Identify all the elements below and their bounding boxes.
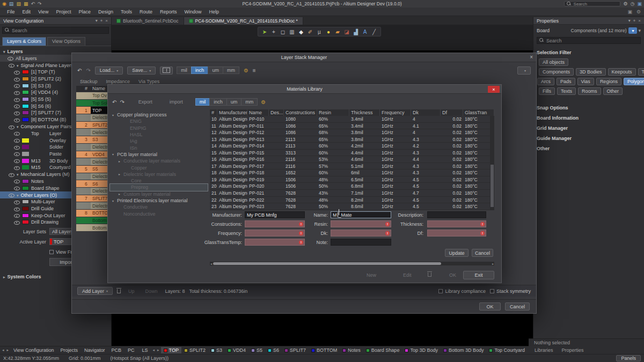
- layer-tab[interactable]: VDD4: [225, 347, 248, 353]
- material-tree-item[interactable]: ENIPIG: [110, 125, 208, 131]
- layer-color-swatch[interactable]: [22, 186, 29, 190]
- scroll-right-icon[interactable]: ▸: [492, 262, 494, 265]
- layer-color-swatch[interactable]: [22, 145, 29, 149]
- workspace-icon[interactable]: ▣: [627, 9, 632, 14]
- material-library-book-icon[interactable]: [160, 67, 173, 75]
- layer-color-swatch[interactable]: [22, 97, 29, 101]
- select-area-icon[interactable]: ◻: [279, 29, 287, 35]
- material-tree-item[interactable]: Core: [110, 178, 208, 184]
- visibility-eye-icon[interactable]: [14, 220, 20, 225]
- material-tree-item[interactable]: HASL: [110, 131, 208, 138]
- visibility-eye-icon[interactable]: [14, 186, 20, 190]
- edit-button[interactable]: Edit: [400, 271, 415, 279]
- document-tab[interactable]: Bluetooth_Sentinel.PcbDoc: [112, 17, 184, 25]
- visibility-eye-icon[interactable]: [14, 83, 20, 88]
- unit-button[interactable]: mm: [241, 98, 258, 106]
- document-tab[interactable]: PC4-SODIMM_V200_RC_A1_20141015.PcbDoc *: [184, 17, 303, 25]
- undo-icon[interactable]: ↶: [77, 68, 82, 73]
- tree-expand-icon[interactable]: ▸: [119, 172, 122, 176]
- layer-tab[interactable]: Bottom 3D Body: [441, 347, 487, 353]
- layer-color-swatch[interactable]: [22, 152, 29, 156]
- altium-logo[interactable]: ◉: [2, 1, 6, 7]
- visibility-eye-icon[interactable]: [14, 104, 20, 108]
- place-polygon-icon[interactable]: ◆: [297, 29, 305, 35]
- filter-object-button[interactable]: Regions: [596, 78, 621, 85]
- visibility-eye-icon[interactable]: [14, 206, 20, 211]
- save-button[interactable]: Save...: [127, 67, 156, 75]
- material-tree-item[interactable]: Prepreg: [110, 184, 208, 190]
- material-row[interactable]: 17 Altium Designer PP-017 2116 57% 5.1mi…: [210, 163, 494, 170]
- visibility-eye-icon[interactable]: [14, 179, 20, 183]
- panel-close-icon[interactable]: ×: [638, 18, 641, 24]
- scrollbar-thumb[interactable]: [213, 262, 441, 265]
- stack-visualizer-icon[interactable]: ≡: [253, 68, 256, 73]
- column-header[interactable]: Df: [441, 109, 463, 116]
- layer-color-swatch[interactable]: [22, 179, 29, 183]
- unit-button[interactable]: um: [208, 67, 223, 74]
- tree-expand-icon[interactable]: ▸: [119, 192, 122, 196]
- layer-color-swatch[interactable]: [22, 84, 29, 88]
- properties-section-header[interactable]: Guide Manager: [533, 131, 644, 141]
- layer-color-swatch[interactable]: [22, 110, 29, 115]
- visibility-eye-icon[interactable]: [14, 77, 20, 82]
- visibility-eye-icon[interactable]: [14, 151, 20, 156]
- material-row[interactable]: 11 Altium Designer PP-011 1086 65% 3.4mi…: [210, 123, 494, 130]
- material-row[interactable]: 22 Altium Designer PP-022 7628 48% 8.2mi…: [210, 197, 494, 204]
- unit-button[interactable]: inch: [209, 98, 227, 106]
- menu-item[interactable]: Reports: [156, 9, 181, 14]
- unit-button[interactable]: mm: [223, 67, 239, 74]
- material-row[interactable]: 16 Altium Designer PP-016 2116 53% 4.6mi…: [210, 156, 494, 163]
- visibility-eye-icon[interactable]: [9, 193, 14, 197]
- close-icon[interactable]: ×: [488, 86, 500, 93]
- filter-object-button[interactable]: Rooms: [578, 87, 601, 95]
- settings-gear-icon[interactable]: ⚙: [261, 99, 266, 105]
- layer-tab[interactable]: BOTTOM: [309, 347, 340, 353]
- place-component-icon[interactable]: ▥: [288, 29, 296, 35]
- ok-button[interactable]: OK: [446, 271, 459, 279]
- delete-trash-icon[interactable]: [428, 272, 431, 277]
- menu-item[interactable]: Route: [136, 9, 156, 14]
- menu-item[interactable]: Place: [75, 9, 94, 14]
- move-down-button[interactable]: Down: [142, 287, 161, 295]
- material-tree-item[interactable]: ▾ Printed Electronics layer material: [110, 197, 208, 204]
- redo-icon[interactable]: ↷: [120, 99, 124, 105]
- menu-item[interactable]: Tools: [117, 9, 136, 14]
- scroll-right-icon[interactable]: ▸: [156, 348, 160, 352]
- layer-color-swatch[interactable]: [22, 70, 29, 74]
- layer-tab[interactable]: S3: [208, 347, 225, 353]
- material-row[interactable]: 10 Altium Designer PP-010 1080 60% 3.4mi…: [210, 116, 494, 123]
- graph-icon[interactable]: ▟: [352, 29, 360, 35]
- column-header[interactable]: Constructions: [284, 109, 317, 116]
- stack-symmetry-checkbox[interactable]: [490, 289, 494, 293]
- layer-tab[interactable]: S5: [248, 347, 265, 353]
- layer-tab[interactable]: SPLIT2: [181, 347, 208, 353]
- preferences-gear-icon[interactable]: ⚙: [636, 9, 641, 14]
- filter-object-button[interactable]: Tracks: [638, 68, 644, 76]
- properties-section-header[interactable]: Other: [533, 141, 644, 151]
- route-icon[interactable]: ✐: [306, 29, 314, 35]
- panel-tab[interactable]: Properties: [558, 347, 588, 353]
- material-tree-item[interactable]: ▸ Conductive layer materials: [110, 158, 208, 164]
- material-tree-item[interactable]: ▾ Copper plating process: [110, 112, 208, 118]
- close-icon[interactable]: ×: [530, 54, 533, 60]
- visibility-eye-icon[interactable]: [9, 63, 14, 68]
- unit-button[interactable]: mil: [195, 98, 210, 106]
- cancel-button[interactable]: Cancel: [472, 249, 493, 257]
- layer-tab[interactable]: Notes: [340, 347, 363, 353]
- panel-close-icon[interactable]: ×: [105, 18, 108, 24]
- material-row[interactable]: 21 Altium Designer PP-021 7628 43% 7.1mi…: [210, 190, 494, 197]
- layer-color-swatch[interactable]: [22, 206, 29, 211]
- menu-item[interactable]: File: [3, 9, 19, 14]
- layer-color-swatch[interactable]: [22, 117, 29, 122]
- material-row[interactable]: 19 Altium Designer PP-019 1506 48% 6.5mi…: [210, 176, 494, 183]
- scroll-left-icon[interactable]: ◂: [1, 348, 5, 352]
- df-field[interactable]: !: [427, 230, 486, 237]
- properties-search-input[interactable]: Search: [537, 37, 641, 44]
- new-doc-icon[interactable]: ▤: [9, 1, 14, 7]
- settings-gear-icon[interactable]: ⚙: [244, 68, 248, 73]
- filter-object-button[interactable]: Arcs: [537, 78, 554, 85]
- layer-color-swatch[interactable]: [22, 77, 29, 81]
- panels-button[interactable]: Panels: [616, 355, 641, 361]
- unit-button[interactable]: mil: [177, 67, 192, 74]
- scroll-left-icon[interactable]: ◂: [152, 348, 156, 352]
